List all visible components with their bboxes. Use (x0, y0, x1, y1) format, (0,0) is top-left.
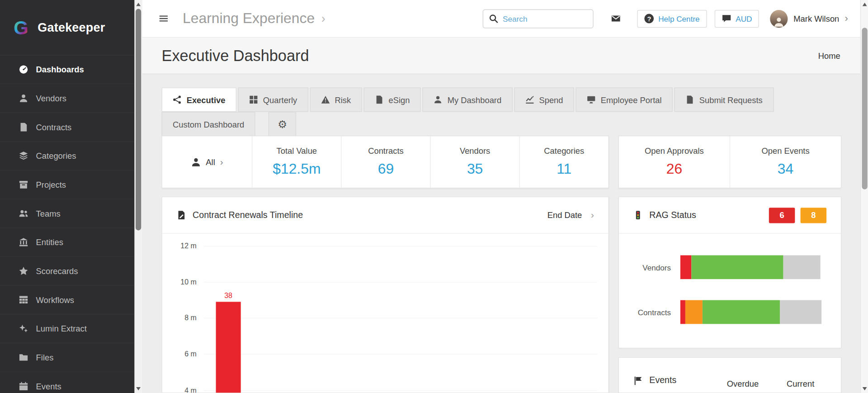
sidebar-scrollbar[interactable] (135, 0, 142, 393)
app-logo[interactable]: G Gatekeeper (0, 0, 135, 55)
owner-filter-label: All (206, 157, 215, 167)
gridline (204, 246, 598, 246)
sidebar-item-contracts[interactable]: Contracts (0, 113, 135, 142)
kpi-value: 11 (557, 161, 571, 178)
tab-esign[interactable]: eSign (363, 87, 421, 112)
bank-icon (19, 237, 28, 247)
owner-filter[interactable]: All › (162, 136, 253, 188)
tab-risk[interactable]: Risk (310, 87, 362, 112)
tab-custom-dashboard[interactable]: Custom Dashboard (162, 112, 255, 136)
tab-submit-requests[interactable]: Submit Requests (675, 87, 774, 112)
kpi-total-value[interactable]: Total Value $12.5m (252, 136, 341, 188)
currency-button[interactable]: AUD (715, 9, 760, 27)
user-name[interactable]: Mark Wilson (793, 14, 839, 24)
page-scrollbar-thumb[interactable] (862, 28, 868, 189)
page-scrollbar[interactable] (860, 0, 868, 393)
y-axis-tick: 6 m (171, 350, 196, 358)
card-header: RAG Status 6 8 (619, 197, 841, 234)
rag-bar-segment (685, 300, 703, 324)
scroll-down-arrow-icon[interactable] (136, 387, 141, 390)
kpi-open-approvals[interactable]: Open Approvals 26 (619, 136, 730, 188)
sparkle-icon (19, 324, 28, 333)
share-icon (173, 95, 182, 104)
kpi-categories[interactable]: Categories 11 (520, 136, 609, 188)
sidebar-item-entities[interactable]: Entities (0, 228, 135, 257)
sidebar-item-events[interactable]: Events (0, 372, 135, 393)
person-icon (191, 157, 201, 167)
search-box[interactable] (483, 9, 594, 28)
menu-icon[interactable] (159, 14, 168, 24)
sidebar-item-dashboards[interactable]: Dashboards (0, 55, 135, 84)
y-axis-tick: 4 m (171, 386, 196, 393)
alerts-card: Open Approvals 26 Open Events 34 (618, 136, 841, 188)
kpi-contracts[interactable]: Contracts 69 (342, 136, 431, 188)
chevron-right-icon[interactable]: › (845, 13, 848, 24)
dashboard-content: Executive Quarterly Risk eSign My Dashbo… (142, 74, 860, 393)
sidebar-scrollbar-thumb[interactable] (136, 9, 141, 231)
rag-amber-badge[interactable]: 8 (801, 208, 827, 223)
tab-label: Employee Portal (601, 95, 662, 104)
kpi-vendors[interactable]: Vendors 35 (431, 136, 520, 188)
sidebar-item-label: Workflows (36, 295, 74, 305)
rag-badges: 6 8 (769, 208, 826, 223)
sidebar-item-label: Entities (36, 237, 63, 247)
tab-quarterly[interactable]: Quarterly (238, 87, 308, 112)
card-title: Contract Renewals Timeline (193, 210, 303, 220)
tab-dashboard-settings[interactable]: ⚙ (269, 112, 296, 136)
timeline-bar[interactable] (216, 302, 241, 393)
kpi-label: Open Events (761, 146, 809, 156)
tab-my-dashboard[interactable]: My Dashboard (423, 87, 513, 112)
tab-executive[interactable]: Executive (162, 87, 236, 112)
sidebar-item-scorecards[interactable]: Scorecards (0, 257, 135, 286)
rag-stacked-bar[interactable] (680, 255, 821, 279)
tab-employee-portal[interactable]: Employee Portal (576, 87, 673, 112)
help-centre-button[interactable]: ? Help Centre (637, 9, 707, 27)
question-icon: ? (645, 14, 654, 24)
user-avatar[interactable] (770, 9, 788, 27)
renewals-timeline-card: Contract Renewals Timeline End Date › 12… (162, 197, 609, 393)
chevron-right-icon[interactable]: › (321, 11, 326, 26)
sidebar-item-projects[interactable]: Projects (0, 170, 135, 199)
rag-status-card: RAG Status 6 8 Vendors Contracts (618, 197, 841, 349)
person-icon (774, 16, 784, 27)
sidebar-item-categories[interactable]: Categories (0, 142, 135, 170)
table-icon (19, 295, 28, 305)
app-name: Gatekeeper (38, 20, 105, 35)
tab-spend[interactable]: Spend (514, 87, 574, 112)
gridline (204, 354, 598, 354)
gatekeeper-logo-icon: G (10, 16, 32, 38)
sidebar-item-teams[interactable]: Teams (0, 199, 135, 228)
sidebar-item-label: Contracts (36, 123, 72, 132)
tab-label: Custom Dashboard (173, 119, 244, 129)
person-icon (434, 95, 443, 104)
rag-red-badge[interactable]: 6 (769, 208, 795, 223)
currency-label: AUD (736, 14, 752, 23)
kpi-open-events[interactable]: Open Events 34 (730, 136, 841, 188)
app-window: G Gatekeeper Dashboards Vendors Contract… (0, 0, 868, 393)
dashboard-tabs-row2: Custom Dashboard ⚙ (162, 112, 297, 136)
kpi-value: 34 (778, 161, 793, 178)
scroll-up-arrow-icon[interactable] (862, 3, 867, 6)
bar-group: 38 (216, 291, 241, 393)
mail-icon[interactable] (611, 14, 621, 24)
dashboard-tabs-row1: Executive Quarterly Risk eSign My Dashbo… (162, 87, 774, 112)
gridline (204, 318, 598, 318)
sidebar-item-lumin-extract[interactable]: Lumin Extract (0, 315, 135, 344)
tab-label: Quarterly (263, 95, 297, 104)
search-input[interactable] (503, 14, 587, 23)
kpi-label: Open Approvals (645, 146, 704, 156)
sort-selector[interactable]: End Date › (547, 209, 594, 220)
scroll-up-arrow-icon[interactable] (136, 3, 141, 6)
sidebar-item-files[interactable]: Files (0, 343, 135, 372)
sidebar-item-workflows[interactable]: Workflows (0, 286, 135, 315)
rag-stacked-bar[interactable] (680, 300, 821, 324)
kpi-label: Total Value (277, 146, 317, 156)
home-link[interactable]: Home (818, 51, 840, 61)
rag-bar-segment (780, 300, 821, 324)
events-column-current: Current (787, 379, 814, 388)
y-axis-tick: 10 m (171, 278, 196, 286)
sidebar-item-label: Events (36, 382, 61, 391)
gridline (204, 282, 598, 282)
sidebar-item-vendors[interactable]: Vendors (0, 84, 135, 113)
scroll-down-arrow-icon[interactable] (863, 387, 867, 390)
